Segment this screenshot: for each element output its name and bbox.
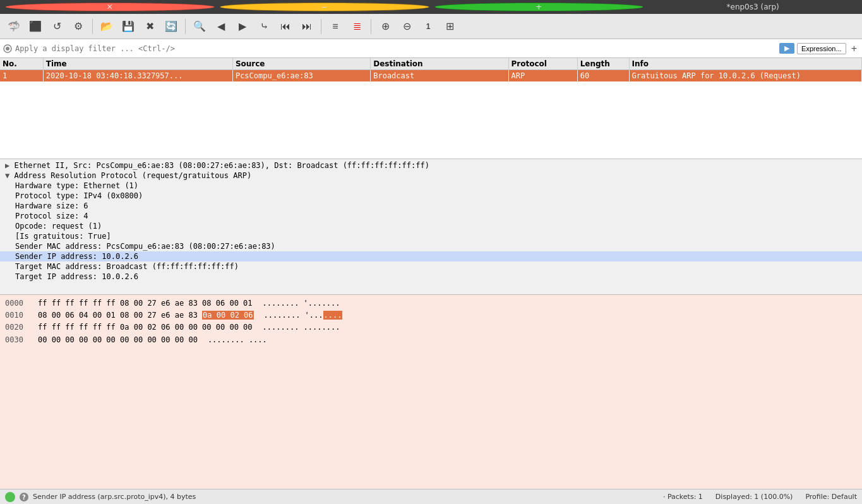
col-length: Length [577,58,629,70]
hex-highlight-ascii: .... [323,311,343,320]
detail-line[interactable]: Protocol size: 4 [0,211,862,221]
statusbar: ? Sender IP address (arp.src.proto_ipv4)… [0,489,862,504]
filterbar: ▶ Expression... + [0,39,862,58]
toolbar-sep2 [185,19,186,34]
jump-button[interactable]: ⤷ [254,16,274,37]
reload-button[interactable]: 🔄 [161,16,181,37]
detail-line[interactable]: Sender IP address: 10.0.2.6 [0,251,862,261]
col-protocol: Protocol [508,58,577,70]
filter-apply-button[interactable]: ▶ [779,43,794,54]
cell-source: PcsCompu_e6:ae:83 [232,70,370,82]
maximize-button[interactable]: + [434,3,644,11]
find-button[interactable]: 🔍 [189,16,210,37]
detail-line[interactable]: Protocol type: IPv4 (0x0800) [0,191,862,201]
status-displayed: Displayed: 1 (100.0%) [715,493,793,501]
detail-line[interactable]: Sender MAC address: PcsCompu_e6:ae:83 (0… [0,241,862,251]
packet-list: No. Time Source Destination Protocol Len… [0,58,862,159]
add-filter-button[interactable]: + [849,43,859,54]
hex-offset: 0010 [5,309,28,321]
detail-line[interactable]: Opcode: request (1) [0,221,862,231]
col-destination: Destination [371,58,508,70]
packet-detail: Ethernet II, Src: PcsCompu_e6:ae:83 (08:… [0,159,862,295]
hex-row: 001008 00 06 04 00 01 08 00 27 e6 ae 83 … [5,309,857,321]
hex-ascii: ........ '....... [263,297,340,309]
detail-line[interactable]: [Is gratuitous: True] [0,231,862,241]
settings-button[interactable]: ⚙ [68,16,88,37]
cell-no: 1 [0,70,43,82]
cell-time: 2020-10-18 03:40:18.3327957... [43,70,232,82]
filter-icon [3,44,13,54]
hex-bytes: 00 00 00 00 00 00 00 00 00 00 00 00 [38,334,198,346]
packet-table: No. Time Source Destination Protocol Len… [0,58,862,81]
status-profile: Profile: Default [805,493,857,501]
col-time: Time [43,58,232,70]
hex-offset: 0030 [5,334,28,346]
normal-size-button[interactable]: 1 [418,16,438,37]
detail-line[interactable]: Target IP address: 10.0.2.6 [0,272,862,282]
stop-button[interactable]: ⬛ [25,16,45,37]
autoscroll-button[interactable]: ≣ [347,16,367,37]
hex-container: 0000ff ff ff ff ff ff 08 00 27 e6 ae 83 … [0,295,862,489]
table-row[interactable]: 12020-10-18 03:40:18.3327957...PcsCompu_… [0,70,862,82]
status-field-info: Sender IP address (arp.src.proto_ipv4), … [33,493,196,501]
ready-icon [5,492,15,502]
detail-line[interactable]: Ethernet II, Src: PcsCompu_e6:ae:83 (08:… [0,160,862,171]
toolbar-sep3 [321,19,321,34]
hex-bytes: ff ff ff ff ff ff 0a 00 02 06 00 00 00 0… [38,321,253,333]
hex-ascii: ........ .... [208,334,267,346]
col-no: No. [0,58,43,70]
titlebar: ✕ − + *enp0s3 (arp) [0,0,862,14]
save-button[interactable]: 💾 [118,16,138,37]
close-button[interactable]: ✕ [5,3,215,11]
hex-offset: 0000 [5,297,28,309]
cell-protocol: ARP [508,70,577,82]
status-left: ? Sender IP address (arp.src.proto_ipv4)… [5,492,663,502]
last-button[interactable]: ⏭ [297,16,317,37]
columns-button[interactable]: ⊞ [440,16,460,37]
forward-button[interactable]: ▶ [232,16,253,37]
col-source: Source [232,58,370,70]
open-button[interactable]: 📂 [97,16,117,37]
window-title: *enp0s3 (arp) [649,3,857,11]
svg-point-1 [6,47,9,51]
svg-text:?: ? [22,494,26,501]
hex-ascii: ........ ........ [263,321,340,333]
toolbar: 🦈 ⬛ ↺ ⚙ 📂 💾 ✖ 🔄 🔍 ◀ ▶ ⤷ ⏮ ⏭ ≡ ≣ ⊕ ⊖ 1 ⊞ [0,14,862,39]
detail-line[interactable]: Hardware size: 6 [0,201,862,211]
hex-row: 0000ff ff ff ff ff ff 08 00 27 e6 ae 83 … [5,297,857,309]
hex-highlight: 0a 00 02 06 [202,311,253,320]
expression-button[interactable]: Expression... [797,43,846,54]
cell-info: Gratuitous ARP for 10.0.2.6 (Request) [629,70,861,82]
shark-fin-button[interactable]: 🦈 [4,16,24,37]
col-info: Info [629,58,861,70]
hex-row: 0020ff ff ff ff ff ff 0a 00 02 06 00 00 … [5,321,857,333]
close-file-button[interactable]: ✖ [140,16,160,37]
hex-row: 003000 00 00 00 00 00 00 00 00 00 00 00.… [5,334,857,346]
status-packets: · Packets: 1 [663,493,703,501]
hex-dump: 0000ff ff ff ff ff ff 08 00 27 e6 ae 83 … [0,295,862,489]
back-button[interactable]: ◀ [211,16,231,37]
toolbar-sep4 [371,19,371,34]
detail-line[interactable]: Hardware type: Ethernet (1) [0,181,862,191]
detail-line[interactable]: Target MAC address: Broadcast (ff:ff:ff:… [0,261,862,272]
hex-bytes: 08 00 06 04 00 01 08 00 27 e6 ae 83 0a 0… [38,309,254,321]
zoom-out-button[interactable]: ⊖ [397,16,417,37]
first-button[interactable]: ⏮ [275,16,296,37]
toolbar-sep1 [92,19,93,34]
zoom-in-button[interactable]: ⊕ [375,16,395,37]
minimize-button[interactable]: − [220,3,429,11]
packet-table-body: 12020-10-18 03:40:18.3327957...PcsCompu_… [0,70,862,82]
cell-destination: Broadcast [371,70,508,82]
packet-detail-container: Ethernet II, Src: PcsCompu_e6:ae:83 (08:… [0,159,862,295]
detail-line[interactable]: Address Resolution Protocol (request/gra… [0,171,862,181]
packet-table-header: No. Time Source Destination Protocol Len… [0,58,862,70]
filter-input[interactable] [15,44,777,53]
hex-bytes: ff ff ff ff ff ff 08 00 27 e6 ae 83 08 0… [38,297,253,309]
status-right: · Packets: 1 Displayed: 1 (100.0%) Profi… [663,493,857,501]
info-icon: ? [19,492,29,502]
hex-offset: 0020 [5,321,28,333]
colorize-button[interactable]: ≡ [325,16,345,37]
cell-length: 60 [577,70,629,82]
hex-ascii: ........ '....... [264,309,343,321]
restart-button[interactable]: ↺ [47,16,67,37]
